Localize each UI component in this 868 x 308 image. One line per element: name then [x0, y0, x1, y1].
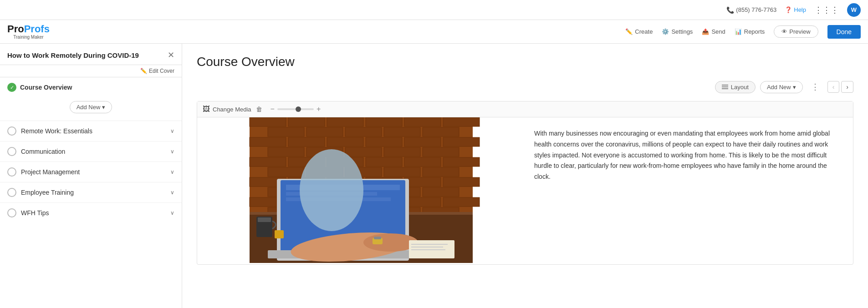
image-icon: 🖼	[203, 105, 210, 113]
sidebar-module-2[interactable]: Project Management ∨	[0, 162, 182, 182]
module-left-0: Remote Work: Essentials	[7, 126, 92, 136]
chevron-down-icon-2: ∨	[170, 169, 174, 175]
eye-icon: 👁	[781, 28, 787, 35]
pencil-small-icon: ✏️	[140, 68, 147, 74]
image-size-slider[interactable]: − +	[271, 105, 321, 113]
chart-icon: 📊	[735, 28, 742, 35]
course-overview-label: Course Overview	[20, 84, 72, 91]
slider-thumb	[296, 106, 301, 112]
add-new-button[interactable]: Add New ▾	[70, 101, 112, 113]
trash-icon[interactable]: 🗑	[256, 106, 262, 113]
svg-rect-33	[423, 167, 459, 177]
add-new-label: Add New	[77, 104, 101, 111]
sidebar-module-4[interactable]: WFH Tips ∨	[0, 202, 182, 223]
body-text: With many businesses now encouraging or …	[534, 128, 844, 182]
svg-rect-4	[366, 117, 402, 126]
phone-icon: 📞	[726, 6, 734, 14]
reports-nav[interactable]: 📊 Reports	[735, 28, 765, 35]
sidebar-module-1[interactable]: Communication ∨	[0, 141, 182, 162]
minus-icon[interactable]: −	[271, 105, 275, 113]
chevron-down-icon-4: ∨	[170, 210, 174, 216]
settings-nav[interactable]: ⚙️ Settings	[662, 28, 693, 35]
create-label: Create	[635, 28, 653, 35]
done-button[interactable]: Done	[827, 25, 861, 39]
module-left-1: Communication	[7, 147, 65, 156]
svg-rect-72	[411, 244, 448, 245]
sidebar-title: How to Work Remotely During COVID-19	[7, 51, 139, 59]
preview-button[interactable]: 👁 Preview	[774, 25, 818, 38]
send-icon: 📤	[702, 28, 709, 35]
help-nav[interactable]: ❓ Help	[785, 6, 806, 13]
svg-rect-74	[411, 249, 445, 250]
layout-label: Layout	[731, 84, 749, 91]
svg-rect-44	[423, 187, 459, 197]
more-options-button[interactable]: ⋮	[807, 80, 823, 94]
svg-rect-73	[411, 247, 443, 247]
main-content: Course Overview Layout Add New ▾ ⋮ ‹ ›	[182, 44, 868, 308]
chevron-down-icon: ▾	[102, 104, 105, 111]
content-area: 🖼 Change Media 🗑 − +	[197, 101, 853, 265]
svg-rect-3	[327, 117, 363, 126]
send-nav[interactable]: 📤 Send	[702, 28, 725, 35]
layout-button[interactable]: Layout	[715, 81, 756, 93]
sidebar-module-3[interactable]: Employee Training ∨	[0, 182, 182, 202]
svg-rect-49	[404, 197, 441, 207]
question-icon: ❓	[785, 6, 792, 13]
nav-arrows: ‹ ›	[827, 81, 853, 93]
logo[interactable]: ProProfs Training Maker	[7, 24, 50, 40]
pencil-icon: ✏️	[625, 28, 633, 35]
prev-arrow-button[interactable]: ‹	[827, 81, 840, 93]
svg-rect-20	[345, 147, 382, 157]
module-left-3: Employee Training	[7, 188, 74, 197]
svg-rect-17	[443, 137, 480, 146]
svg-rect-21	[384, 147, 420, 157]
two-column-layout: With many businesses now encouraging or …	[197, 117, 853, 264]
gear-icon: ⚙️	[662, 28, 669, 35]
add-new-main-button[interactable]: Add New ▾	[760, 81, 803, 93]
module-name-1: Communication	[21, 148, 65, 155]
logo-pro-text: Pro	[7, 23, 24, 35]
phone-number: (855) 776-7763	[736, 6, 776, 13]
slider-track[interactable]	[277, 108, 314, 110]
svg-rect-50	[443, 197, 480, 207]
add-new-row: Add New ▾	[0, 97, 182, 121]
top-bar-right: 📞 (855) 776-7763 ❓ Help ⋮⋮⋮ W	[726, 3, 861, 17]
main-nav: ProProfs Training Maker ✏️ Create ⚙️ Set…	[0, 20, 868, 44]
svg-rect-27	[404, 157, 441, 167]
chevron-down-icon-3: ∨	[170, 189, 174, 196]
module-name-2: Project Management	[21, 168, 80, 176]
svg-rect-67	[374, 237, 381, 239]
module-circle-2	[7, 167, 16, 177]
user-avatar[interactable]: W	[847, 3, 861, 17]
module-circle-1	[7, 147, 16, 156]
svg-rect-2	[288, 117, 325, 126]
create-nav[interactable]: ✏️ Create	[625, 28, 653, 35]
settings-label: Settings	[671, 28, 693, 35]
svg-rect-23	[250, 157, 286, 167]
module-left-4: WFH Tips	[7, 208, 49, 217]
send-label: Send	[711, 28, 725, 35]
logo-profs-text: Profs	[24, 23, 50, 35]
svg-rect-14	[327, 137, 363, 146]
plus-icon[interactable]: +	[317, 105, 321, 113]
svg-rect-13	[288, 137, 325, 146]
apps-icon[interactable]: ⋮⋮⋮	[814, 5, 839, 15]
module-left-2: Project Management	[7, 167, 80, 177]
sidebar-module-0[interactable]: Remote Work: Essentials ∨	[0, 121, 182, 141]
module-circle-3	[7, 188, 16, 197]
change-media-button[interactable]: 🖼 Change Media	[203, 105, 251, 113]
chevron-down-main-icon: ▾	[793, 84, 796, 91]
next-arrow-button[interactable]: ›	[841, 81, 853, 93]
course-overview-item[interactable]: ✓ Course Overview	[0, 77, 182, 97]
svg-rect-11	[423, 127, 459, 136]
chevron-down-icon-1: ∨	[170, 148, 174, 155]
phone-nav[interactable]: 📞 (855) 776-7763	[726, 6, 776, 14]
svg-rect-6	[443, 117, 480, 126]
help-label: Help	[794, 6, 806, 13]
close-button[interactable]: ✕	[168, 50, 174, 60]
main-nav-right: ✏️ Create ⚙️ Settings 📤 Send 📊 Reports 👁…	[625, 25, 861, 39]
edit-cover-button[interactable]: ✏️ Edit Cover	[140, 68, 174, 74]
top-bar: 📞 (855) 776-7763 ❓ Help ⋮⋮⋮ W	[0, 0, 868, 20]
svg-rect-69	[258, 217, 271, 222]
svg-rect-38	[404, 177, 441, 187]
